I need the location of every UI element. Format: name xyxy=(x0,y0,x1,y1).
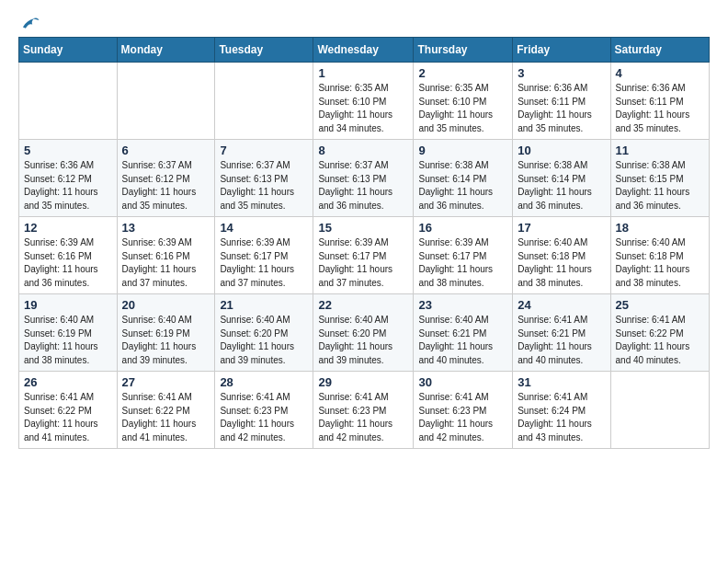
day-number: 3 xyxy=(518,66,605,80)
calendar-cell: 22Sunrise: 6:40 AM Sunset: 6:20 PM Dayli… xyxy=(313,294,414,372)
calendar-cell: 16Sunrise: 6:39 AM Sunset: 6:17 PM Dayli… xyxy=(414,217,513,294)
calendar-cell: 18Sunrise: 6:40 AM Sunset: 6:18 PM Dayli… xyxy=(610,217,709,294)
day-info: Sunrise: 6:39 AM Sunset: 6:16 PM Dayligh… xyxy=(122,236,210,290)
day-info: Sunrise: 6:41 AM Sunset: 6:22 PM Dayligh… xyxy=(24,391,112,444)
calendar-cell: 5Sunrise: 6:36 AM Sunset: 6:12 PM Daylig… xyxy=(19,140,118,217)
day-info: Sunrise: 6:39 AM Sunset: 6:17 PM Dayligh… xyxy=(418,236,507,290)
logo xyxy=(18,15,40,31)
day-info: Sunrise: 6:38 AM Sunset: 6:14 PM Dayligh… xyxy=(518,159,605,213)
calendar-cell: 14Sunrise: 6:39 AM Sunset: 6:17 PM Dayli… xyxy=(215,217,313,294)
calendar-cell: 19Sunrise: 6:40 AM Sunset: 6:19 PM Dayli… xyxy=(19,294,118,372)
calendar-cell: 20Sunrise: 6:40 AM Sunset: 6:19 PM Dayli… xyxy=(117,294,215,372)
calendar-week-row: 12Sunrise: 6:39 AM Sunset: 6:16 PM Dayli… xyxy=(19,217,710,294)
calendar-cell: 17Sunrise: 6:40 AM Sunset: 6:18 PM Dayli… xyxy=(513,217,610,294)
day-info: Sunrise: 6:41 AM Sunset: 6:23 PM Dayligh… xyxy=(220,391,308,444)
calendar-cell: 25Sunrise: 6:41 AM Sunset: 6:22 PM Dayli… xyxy=(610,294,709,372)
day-of-week-header: Sunday xyxy=(19,38,118,63)
day-info: Sunrise: 6:40 AM Sunset: 6:19 PM Dayligh… xyxy=(122,314,210,367)
day-of-week-header: Monday xyxy=(117,38,215,63)
calendar-cell: 11Sunrise: 6:38 AM Sunset: 6:15 PM Dayli… xyxy=(610,140,709,217)
day-info: Sunrise: 6:36 AM Sunset: 6:12 PM Dayligh… xyxy=(24,159,112,213)
day-number: 14 xyxy=(220,221,308,235)
day-info: Sunrise: 6:41 AM Sunset: 6:22 PM Dayligh… xyxy=(122,391,210,444)
day-info: Sunrise: 6:40 AM Sunset: 6:18 PM Dayligh… xyxy=(518,236,605,290)
day-number: 31 xyxy=(518,375,605,389)
day-info: Sunrise: 6:38 AM Sunset: 6:15 PM Dayligh… xyxy=(616,159,704,213)
day-number: 13 xyxy=(122,221,210,235)
day-number: 2 xyxy=(418,66,507,80)
day-info: Sunrise: 6:40 AM Sunset: 6:20 PM Dayligh… xyxy=(220,314,308,367)
day-number: 18 xyxy=(616,221,704,235)
day-info: Sunrise: 6:35 AM Sunset: 6:10 PM Dayligh… xyxy=(418,82,507,135)
day-info: Sunrise: 6:41 AM Sunset: 6:21 PM Dayligh… xyxy=(518,314,605,367)
day-info: Sunrise: 6:41 AM Sunset: 6:24 PM Dayligh… xyxy=(518,391,605,444)
day-number: 1 xyxy=(318,66,408,80)
day-number: 22 xyxy=(318,298,408,312)
day-number: 21 xyxy=(220,298,308,312)
day-number: 10 xyxy=(518,144,605,157)
calendar-cell: 13Sunrise: 6:39 AM Sunset: 6:16 PM Dayli… xyxy=(117,217,215,294)
calendar-cell xyxy=(215,63,313,140)
calendar-cell xyxy=(19,63,118,140)
day-number: 11 xyxy=(616,144,704,157)
day-of-week-header: Thursday xyxy=(414,38,513,63)
day-info: Sunrise: 6:40 AM Sunset: 6:19 PM Dayligh… xyxy=(24,314,112,367)
day-number: 15 xyxy=(318,221,408,235)
calendar-cell: 1Sunrise: 6:35 AM Sunset: 6:10 PM Daylig… xyxy=(313,63,414,140)
day-number: 28 xyxy=(220,375,308,389)
day-info: Sunrise: 6:40 AM Sunset: 6:21 PM Dayligh… xyxy=(418,314,507,367)
calendar-cell: 31Sunrise: 6:41 AM Sunset: 6:24 PM Dayli… xyxy=(513,372,610,449)
calendar-cell: 2Sunrise: 6:35 AM Sunset: 6:10 PM Daylig… xyxy=(414,63,513,140)
logo-bird-icon xyxy=(20,15,40,31)
day-number: 20 xyxy=(122,298,210,312)
calendar-cell: 30Sunrise: 6:41 AM Sunset: 6:23 PM Dayli… xyxy=(414,372,513,449)
day-number: 23 xyxy=(418,298,507,312)
calendar-cell: 6Sunrise: 6:37 AM Sunset: 6:12 PM Daylig… xyxy=(117,140,215,217)
calendar-cell: 3Sunrise: 6:36 AM Sunset: 6:11 PM Daylig… xyxy=(513,63,610,140)
calendar-cell: 8Sunrise: 6:37 AM Sunset: 6:13 PM Daylig… xyxy=(313,140,414,217)
day-number: 6 xyxy=(122,144,210,157)
day-info: Sunrise: 6:41 AM Sunset: 6:22 PM Dayligh… xyxy=(616,314,704,367)
day-info: Sunrise: 6:41 AM Sunset: 6:23 PM Dayligh… xyxy=(418,391,507,444)
calendar-cell: 28Sunrise: 6:41 AM Sunset: 6:23 PM Dayli… xyxy=(215,372,313,449)
calendar-cell: 23Sunrise: 6:40 AM Sunset: 6:21 PM Dayli… xyxy=(414,294,513,372)
day-number: 4 xyxy=(616,66,704,80)
day-info: Sunrise: 6:38 AM Sunset: 6:14 PM Dayligh… xyxy=(418,159,507,213)
day-number: 26 xyxy=(24,375,112,389)
day-info: Sunrise: 6:40 AM Sunset: 6:18 PM Dayligh… xyxy=(616,236,704,290)
day-number: 27 xyxy=(122,375,210,389)
day-of-week-header: Wednesday xyxy=(313,38,414,63)
calendar-week-row: 1Sunrise: 6:35 AM Sunset: 6:10 PM Daylig… xyxy=(19,63,710,140)
day-info: Sunrise: 6:39 AM Sunset: 6:17 PM Dayligh… xyxy=(220,236,308,290)
day-number: 24 xyxy=(518,298,605,312)
calendar-cell: 15Sunrise: 6:39 AM Sunset: 6:17 PM Dayli… xyxy=(313,217,414,294)
calendar-cell: 7Sunrise: 6:37 AM Sunset: 6:13 PM Daylig… xyxy=(215,140,313,217)
calendar-cell: 12Sunrise: 6:39 AM Sunset: 6:16 PM Dayli… xyxy=(19,217,118,294)
day-info: Sunrise: 6:36 AM Sunset: 6:11 PM Dayligh… xyxy=(616,82,704,135)
day-info: Sunrise: 6:37 AM Sunset: 6:13 PM Dayligh… xyxy=(318,159,408,213)
day-info: Sunrise: 6:36 AM Sunset: 6:11 PM Dayligh… xyxy=(518,82,605,135)
calendar-cell: 27Sunrise: 6:41 AM Sunset: 6:22 PM Dayli… xyxy=(117,372,215,449)
day-info: Sunrise: 6:40 AM Sunset: 6:20 PM Dayligh… xyxy=(318,314,408,367)
day-info: Sunrise: 6:39 AM Sunset: 6:17 PM Dayligh… xyxy=(318,236,408,290)
calendar-cell xyxy=(117,63,215,140)
day-info: Sunrise: 6:37 AM Sunset: 6:13 PM Dayligh… xyxy=(220,159,308,213)
day-number: 16 xyxy=(418,221,507,235)
calendar-cell xyxy=(610,372,709,449)
day-number: 29 xyxy=(318,375,408,389)
day-info: Sunrise: 6:37 AM Sunset: 6:12 PM Dayligh… xyxy=(122,159,210,213)
day-of-week-header: Tuesday xyxy=(215,38,313,63)
day-number: 30 xyxy=(418,375,507,389)
day-number: 25 xyxy=(616,298,704,312)
day-info: Sunrise: 6:35 AM Sunset: 6:10 PM Dayligh… xyxy=(318,82,408,135)
page: SundayMondayTuesdayWednesdayThursdayFrid… xyxy=(0,0,728,458)
calendar-cell: 9Sunrise: 6:38 AM Sunset: 6:14 PM Daylig… xyxy=(414,140,513,217)
calendar-cell: 21Sunrise: 6:40 AM Sunset: 6:20 PM Dayli… xyxy=(215,294,313,372)
day-of-week-header: Friday xyxy=(513,38,610,63)
day-number: 9 xyxy=(418,144,507,157)
day-number: 7 xyxy=(220,144,308,157)
calendar-cell: 4Sunrise: 6:36 AM Sunset: 6:11 PM Daylig… xyxy=(610,63,709,140)
calendar-week-row: 26Sunrise: 6:41 AM Sunset: 6:22 PM Dayli… xyxy=(19,372,710,449)
calendar-cell: 24Sunrise: 6:41 AM Sunset: 6:21 PM Dayli… xyxy=(513,294,610,372)
calendar-week-row: 5Sunrise: 6:36 AM Sunset: 6:12 PM Daylig… xyxy=(19,140,710,217)
